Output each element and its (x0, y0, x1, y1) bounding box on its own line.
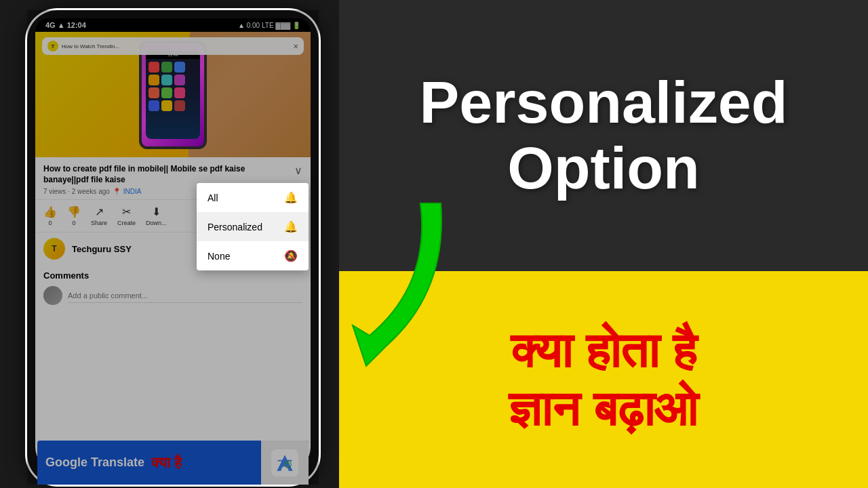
dropdown-none-label: None (208, 251, 230, 262)
hindi-caption: क्या होता है ज्ञान बढ़ाओ (509, 321, 698, 439)
hindi-line2: ज्ञान बढ़ाओ (509, 382, 698, 436)
bell-personalized-icon: 🔔 (284, 220, 298, 233)
dropdown-item-personalized[interactable]: Personalized 🔔 (197, 212, 309, 241)
dropdown-all-label: All (208, 192, 218, 203)
dropdown-overlay: All 🔔 Personalized 🔔 None 🔕 (35, 32, 311, 470)
phone-mockup: 4G ▲ 12:04 ▲ 0.00 LTE ▓▓▓ 🔋 11:49 (27, 10, 319, 485)
bell-none-icon: 🔕 (284, 249, 298, 262)
notification-dropdown: All 🔔 Personalized 🔔 None 🔕 (197, 183, 309, 270)
title-line2: Option (507, 134, 699, 201)
dropdown-personalized-label: Personalized (208, 222, 262, 232)
hindi-line1: क्या होता है (511, 323, 696, 378)
dropdown-item-all[interactable]: All 🔔 (197, 183, 309, 212)
title-line1: Personalized (420, 68, 788, 136)
main-title: Personalized Option (420, 70, 788, 201)
phone-body: 4G ▲ 12:04 ▲ 0.00 LTE ▓▓▓ 🔋 11:49 (27, 10, 319, 485)
phone-screen: 11:49 (35, 32, 311, 470)
dropdown-item-none[interactable]: None 🔕 (197, 241, 309, 270)
arrow-decoration (332, 190, 468, 393)
bell-all-icon: 🔔 (284, 191, 298, 204)
